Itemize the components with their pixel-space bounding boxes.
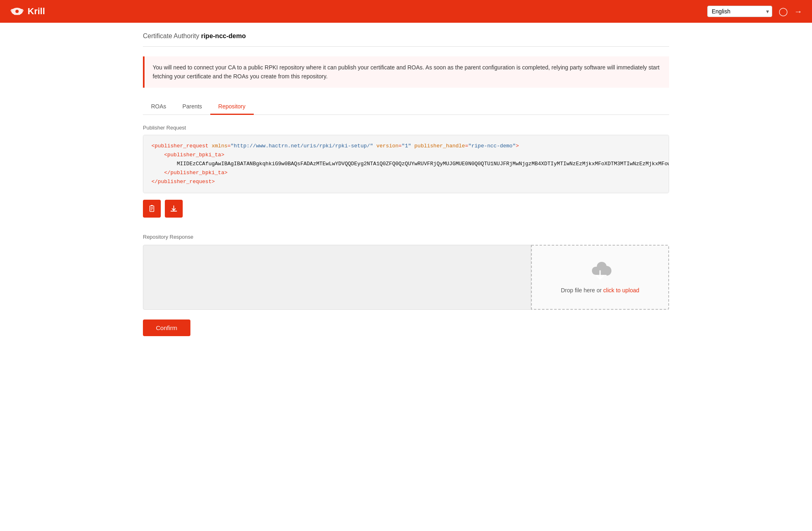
svg-point-1 <box>15 10 19 13</box>
breadcrumb: Certificate Authority ripe-ncc-demo <box>143 32 669 40</box>
language-select[interactable]: English Deutsch Français Nederlands <box>707 6 772 17</box>
xml-val-xmlns: "http://www.hactrn.net/uris/rpki/rpki-se… <box>231 143 373 149</box>
breadcrumb-title: Certificate Authority ripe-ncc-demo <box>143 32 246 39</box>
upload-click-link[interactable]: click to upload <box>603 287 639 294</box>
logo-icon <box>10 6 24 17</box>
download-button[interactable] <box>165 200 183 218</box>
xml-req-close: </publisher_request> <box>151 179 215 185</box>
xml-val-handle: "ripe-ncc-demo" <box>468 143 516 149</box>
xml-attr-xmlns: xmlns <box>212 143 227 149</box>
breadcrumb-prefix: Certificate Authority <box>143 32 199 39</box>
xml-attr-handle: publisher_handle <box>411 143 465 149</box>
xml-bpki-open: <publisher_bpki_ta> <box>164 152 224 158</box>
tab-repository[interactable]: Repository <box>210 99 254 115</box>
copy-button[interactable] <box>143 200 161 218</box>
tab-roas[interactable]: ROAs <box>143 99 174 115</box>
xml-bpki-close: </publisher_bpki_ta> <box>164 170 227 176</box>
publisher-request-code: <publisher_request xmlns="http://www.hac… <box>143 135 669 193</box>
copy-icon <box>148 205 156 213</box>
download-icon <box>170 205 178 213</box>
repo-response-label: Repository Response <box>143 234 669 240</box>
xml-tag-open: <publisher_request <box>151 143 212 149</box>
logout-icon[interactable]: → <box>794 7 802 16</box>
header-right: English Deutsch Français Nederlands ◯ → <box>707 6 802 17</box>
header: Krill English Deutsch Français Nederland… <box>0 0 812 23</box>
tab-parents[interactable]: Parents <box>174 99 210 115</box>
xml-eq: = <box>227 143 231 149</box>
upload-cloud-icon <box>587 261 613 282</box>
upload-zone[interactable]: Drop file here or click to upload <box>531 245 669 310</box>
upload-text: Drop file here or click to upload <box>561 287 639 294</box>
logo: Krill <box>10 6 45 17</box>
publisher-request-label: Publisher Request <box>143 125 669 131</box>
xml-val-version: "1" <box>402 143 411 149</box>
info-banner: You will need to connect your CA to a pu… <box>143 56 669 88</box>
main-content: Certificate Authority ripe-ncc-demo You … <box>130 23 682 346</box>
header-divider <box>143 46 669 47</box>
confirm-button[interactable]: Confirm <box>143 319 190 336</box>
breadcrumb-ca-name: ripe-ncc-demo <box>201 32 246 39</box>
tab-nav: ROAs Parents Repository <box>143 99 669 115</box>
info-banner-text: You will need to connect your CA to a pu… <box>153 64 659 80</box>
user-icon[interactable]: ◯ <box>779 6 788 16</box>
xml-tag-close1: > <box>516 143 519 149</box>
repo-response-textarea[interactable] <box>143 245 531 310</box>
logo-text: Krill <box>28 6 45 17</box>
upload-drop-text: Drop file here or <box>561 287 603 294</box>
repo-response-area: Drop file here or click to upload <box>143 245 669 310</box>
action-buttons <box>143 200 669 218</box>
language-selector-wrapper: English Deutsch Français Nederlands <box>707 6 772 17</box>
xml-attr-version: version <box>373 143 398 149</box>
xml-cert-data: MIIDEzCCAfugAwIBAgIBATANBgkqhkiG9w0BAQsF… <box>177 161 669 167</box>
svg-rect-3 <box>151 205 153 206</box>
